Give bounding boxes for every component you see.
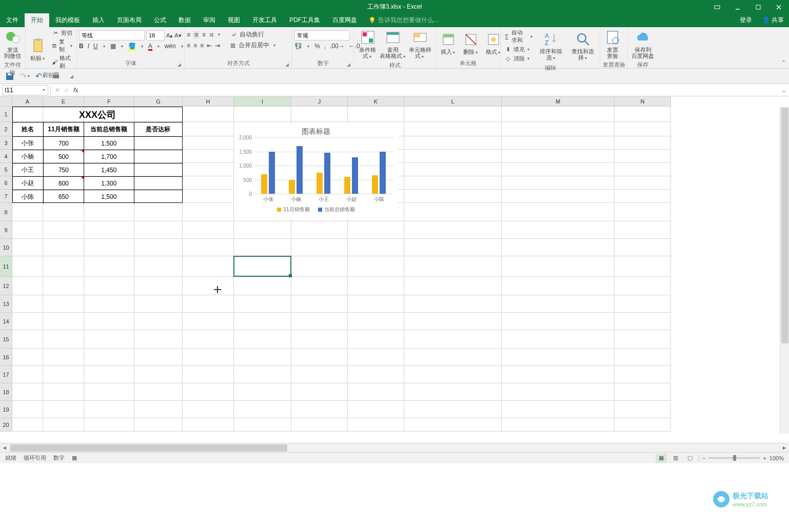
row-header[interactable]: 14 <box>0 313 12 330</box>
cell[interactable] <box>12 366 43 383</box>
align-middle-icon[interactable]: ≡ <box>193 31 199 38</box>
cell[interactable] <box>84 366 134 383</box>
row-header[interactable]: 20 <box>0 418 12 432</box>
cancel-formula-icon[interactable]: ✕ <box>55 87 60 94</box>
cell[interactable] <box>348 295 404 313</box>
cell[interactable] <box>615 176 671 190</box>
cell[interactable] <box>43 221 84 239</box>
cell[interactable] <box>84 313 134 330</box>
cell[interactable] <box>291 366 348 383</box>
cell[interactable] <box>134 313 183 330</box>
font-family-select[interactable] <box>79 30 145 40</box>
paste-button[interactable]: 粘贴▾ <box>28 36 48 63</box>
tab-数据[interactable]: 数据 <box>172 13 197 27</box>
ribbon-options-icon[interactable] <box>707 0 727 14</box>
cell[interactable] <box>404 122 502 136</box>
cell[interactable] <box>615 366 671 383</box>
cell[interactable] <box>43 256 84 277</box>
cell[interactable] <box>134 383 183 401</box>
confirm-formula-icon[interactable]: ✓ <box>64 87 69 94</box>
dialog-launcher-icon[interactable]: ◢ <box>285 62 289 67</box>
cell[interactable] <box>234 277 291 295</box>
cell[interactable] <box>404 150 502 163</box>
row-header[interactable]: 9 <box>0 221 12 239</box>
cell[interactable] <box>291 383 348 401</box>
zoom-slider[interactable] <box>708 457 760 459</box>
cell[interactable] <box>234 313 291 330</box>
cell[interactable] <box>134 277 183 295</box>
cell[interactable] <box>12 221 43 239</box>
cell[interactable] <box>134 256 183 277</box>
zoom-out-icon[interactable]: − <box>702 455 705 461</box>
cell[interactable] <box>404 107 502 122</box>
cell[interactable] <box>404 401 502 418</box>
row-header[interactable]: 11 <box>0 256 12 277</box>
cell[interactable] <box>183 401 234 418</box>
cell[interactable] <box>183 349 234 366</box>
row-header[interactable]: 2 <box>0 122 12 136</box>
column-header[interactable]: J <box>291 96 348 107</box>
italic-button[interactable]: I <box>88 43 89 50</box>
chart-bar[interactable] <box>317 173 323 194</box>
collapse-ribbon-icon[interactable]: ⌃ <box>781 59 786 66</box>
column-header[interactable]: N <box>615 96 671 107</box>
cell[interactable] <box>348 239 404 256</box>
cell[interactable] <box>348 401 404 418</box>
cell[interactable] <box>183 122 234 136</box>
cell[interactable] <box>348 313 404 330</box>
cell[interactable] <box>502 313 615 330</box>
cell[interactable] <box>234 418 291 432</box>
cell[interactable] <box>348 256 404 277</box>
cell[interactable] <box>502 221 615 239</box>
cell[interactable] <box>43 418 84 432</box>
cell[interactable] <box>502 239 615 256</box>
increase-decimal-icon[interactable]: .00→ <box>330 43 345 50</box>
cell[interactable] <box>291 418 348 432</box>
cell[interactable] <box>404 313 502 330</box>
cell[interactable] <box>615 190 671 203</box>
normal-view-icon[interactable]: ▦ <box>656 454 667 463</box>
cell[interactable] <box>502 203 615 221</box>
tab-文件[interactable]: 文件 <box>0 13 25 27</box>
cell[interactable] <box>84 418 134 432</box>
select-all-corner[interactable] <box>0 96 12 107</box>
find-select-button[interactable]: 查找和选择▾ <box>568 30 598 62</box>
tab-PDF工具集[interactable]: PDF工具集 <box>283 13 326 27</box>
worksheet-grid[interactable]: AEFGHIJKLMN 1234567891011121314151617181… <box>0 96 789 443</box>
cell[interactable] <box>615 221 671 239</box>
expand-formula-bar-icon[interactable]: ⌄ <box>779 87 789 94</box>
autosum-button[interactable]: ∑自动求和▾ <box>503 28 535 45</box>
cell[interactable] <box>183 176 234 190</box>
cell[interactable] <box>234 256 291 277</box>
cell[interactable] <box>234 366 291 383</box>
chart-bar[interactable] <box>372 175 378 194</box>
save-to-cloud-button[interactable]: 保存到 百度网盘 <box>630 28 656 60</box>
increase-indent-icon[interactable]: ⇥ <box>215 42 220 49</box>
cell[interactable] <box>615 150 671 163</box>
cell[interactable] <box>134 221 183 239</box>
row-header[interactable]: 10 <box>0 239 12 256</box>
underline-button[interactable]: U <box>93 43 98 50</box>
chart-bar[interactable] <box>380 152 386 194</box>
row-header[interactable]: 16 <box>0 349 12 366</box>
cell[interactable] <box>12 418 43 432</box>
cell[interactable] <box>183 239 234 256</box>
cell[interactable] <box>84 330 134 349</box>
cell[interactable] <box>234 239 291 256</box>
cell[interactable] <box>615 349 671 366</box>
cell[interactable] <box>134 239 183 256</box>
cell[interactable] <box>615 136 671 150</box>
cell[interactable] <box>615 203 671 221</box>
chart-bar[interactable] <box>352 157 358 194</box>
comment-indicator-icon[interactable] <box>81 177 84 179</box>
cell[interactable] <box>615 330 671 349</box>
row-header[interactable]: 1 <box>0 107 12 122</box>
column-header[interactable]: F <box>84 96 134 107</box>
align-bottom-icon[interactable]: ≡ <box>202 31 206 38</box>
cell[interactable] <box>291 330 348 349</box>
tab-公式[interactable]: 公式 <box>148 13 172 27</box>
column-header[interactable]: L <box>404 96 502 107</box>
cell[interactable] <box>502 136 615 150</box>
chart-bar[interactable] <box>344 177 350 194</box>
cell[interactable] <box>183 150 234 163</box>
